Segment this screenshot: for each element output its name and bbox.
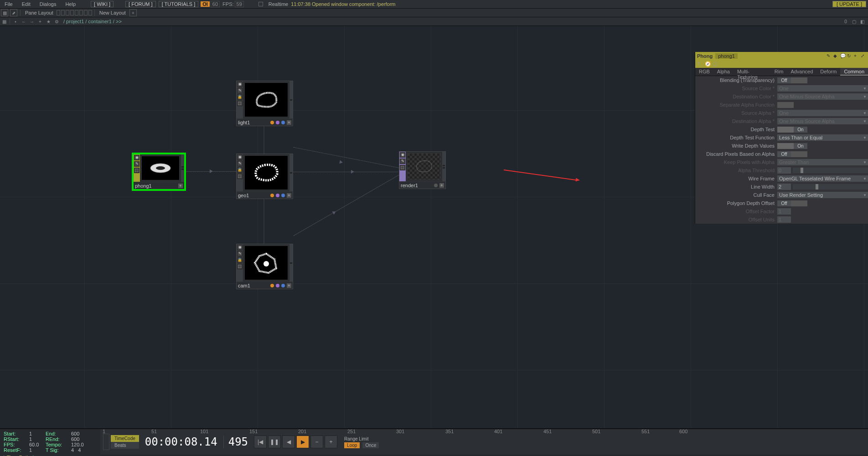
tab-rim[interactable]: Rim: [771, 68, 787, 76]
bypass-icon[interactable]: ⬚: [237, 101, 243, 106]
tab-common[interactable]: Common: [840, 68, 868, 76]
flag-blue[interactable]: [281, 284, 285, 287]
node-geo1[interactable]: ◉ ✎ 🔒 ⬚ geo1 +: [236, 154, 293, 199]
lock-icon[interactable]: 🔒: [237, 257, 243, 263]
discard-alpha-toggle[interactable]: Off: [777, 151, 791, 157]
blending-toggle[interactable]: Off: [777, 77, 791, 83]
node-add-icon[interactable]: +: [287, 283, 291, 288]
menu-dialogs[interactable]: Dialogs: [35, 1, 61, 7]
fps-val[interactable]: 60.0: [29, 442, 43, 447]
end-val[interactable]: 600: [71, 431, 89, 436]
refresh-icon[interactable]: ↻: [847, 53, 852, 59]
tsig-num[interactable]: 4: [71, 447, 74, 453]
flag-grey[interactable]: [434, 184, 438, 187]
tab-multitex[interactable]: Multi-Texturing: [734, 68, 771, 76]
tutorials-link[interactable]: [ TUTORIALS ]: [159, 1, 199, 7]
flag-orange[interactable]: [270, 121, 274, 124]
lock-icon[interactable]: ✎: [400, 159, 405, 164]
rstart-val[interactable]: 1: [29, 436, 43, 442]
flag-purple[interactable]: [276, 284, 279, 287]
loop-button[interactable]: Loop: [344, 442, 360, 448]
tempo-val[interactable]: 120.0: [71, 442, 89, 447]
node-render1[interactable]: ◉ ✎ ⬚ render1 +: [399, 151, 446, 189]
tab-alpha[interactable]: Alpha: [713, 68, 734, 76]
depth-func-dropdown[interactable]: Less Than or Equal▼: [777, 134, 868, 141]
display-icon[interactable]: ◉: [237, 154, 243, 160]
display-icon[interactable]: ◉: [134, 155, 140, 160]
path-right-2[interactable]: ▢: [851, 18, 857, 25]
path-icon-star[interactable]: ★: [45, 18, 52, 25]
guide-icon[interactable]: 🧭: [705, 61, 711, 67]
start-val[interactable]: 1: [29, 431, 43, 436]
timeline-ruler[interactable]: 1 51 101 151 201 251 301 351 401 451 501…: [0, 429, 868, 429]
edit-icon[interactable]: ✎: [237, 161, 243, 166]
network-editor[interactable]: ◉ ✎ ⬚ phong1 + ◉ ✎ 🔒 ⬚: [0, 26, 868, 428]
path-icon-gear[interactable]: ⚙: [53, 18, 60, 25]
layout-icon-2[interactable]: ⬈: [10, 9, 17, 16]
menu-help[interactable]: Help: [61, 1, 80, 7]
plus-button[interactable]: +: [325, 436, 337, 448]
flag-blue[interactable]: [281, 121, 285, 124]
polyoffset-toggle[interactable]: Off: [777, 200, 791, 206]
pause-button[interactable]: ❚❚: [268, 436, 281, 448]
tab-rgb[interactable]: RGB: [695, 68, 713, 76]
tag-icon[interactable]: ◆: [833, 53, 839, 59]
rend-val[interactable]: 600: [71, 436, 89, 442]
breadcrumb-path[interactable]: / project1 / container1 / >>: [61, 19, 122, 24]
edit-icon[interactable]: ✎: [237, 251, 243, 256]
realtime-checkbox[interactable]: [258, 2, 263, 6]
beats-button[interactable]: Beats: [111, 442, 139, 449]
menu-file[interactable]: File: [0, 1, 17, 7]
expand-icon[interactable]: ⤢: [861, 53, 866, 59]
node-add-icon[interactable]: +: [287, 193, 291, 198]
flag-purple[interactable]: [276, 194, 279, 197]
pane-preset-4[interactable]: [70, 10, 74, 15]
path-icon-add[interactable]: +: [37, 18, 43, 25]
flag-orange[interactable]: [270, 284, 274, 287]
wireframe-dropdown[interactable]: OpenGL Tesselated Wire Frame▼: [777, 175, 868, 182]
bypass-icon[interactable]: ⬚: [237, 264, 243, 269]
node-add-icon[interactable]: +: [287, 120, 291, 125]
rewind-button[interactable]: |◀: [254, 436, 267, 448]
pane-preset-3[interactable]: [66, 10, 69, 15]
path-icon-fwd[interactable]: →: [29, 18, 35, 25]
lock-icon[interactable]: 🔒: [237, 94, 243, 100]
minus-button[interactable]: −: [310, 436, 323, 448]
node-phong1[interactable]: ◉ ✎ ⬚ phong1 +: [133, 154, 185, 190]
linewidth-input[interactable]: 2: [777, 184, 791, 190]
flag-orange[interactable]: [270, 194, 274, 197]
write-depth-toggle[interactable]: On: [794, 143, 807, 149]
flag-blue[interactable]: [281, 194, 285, 197]
pane-preset-1[interactable]: [57, 10, 60, 15]
node-light1[interactable]: ◉ ✎ 🔒 ⬚ light1 +: [236, 81, 293, 126]
flag-purple[interactable]: [276, 121, 279, 124]
path-icon-grid[interactable]: ▦: [1, 18, 7, 25]
forum-link[interactable]: [ FORUM ]: [125, 1, 156, 7]
wiki-link[interactable]: [ WIKI ]: [91, 1, 114, 7]
tsig-den[interactable]: 4: [78, 447, 81, 453]
menu-edit[interactable]: Edit: [17, 1, 35, 7]
update-button[interactable]: [ UPDATE ]: [832, 1, 866, 7]
pane-preset-6[interactable]: [79, 10, 83, 15]
timecode-button[interactable]: TimeCode: [111, 435, 139, 442]
node-add-icon[interactable]: +: [439, 183, 444, 188]
pane-preset-5[interactable]: [75, 10, 78, 15]
display-icon[interactable]: ◉: [400, 152, 405, 158]
cullface-dropdown[interactable]: Use Render Setting▼: [777, 192, 868, 198]
transport-bracket-left[interactable]: [103, 434, 109, 450]
pane-preset-7[interactable]: [84, 10, 88, 15]
path-icon-play[interactable]: ▪: [12, 18, 19, 25]
resetf-val[interactable]: 1: [29, 447, 43, 453]
oi-badge[interactable]: OI: [201, 1, 210, 7]
lock-icon[interactable]: ✎: [134, 161, 140, 167]
info-icon[interactable]: ⓘ: [713, 61, 718, 67]
play-button[interactable]: ▶: [296, 436, 309, 448]
tab-advanced[interactable]: Advanced: [787, 68, 816, 76]
path-right-3[interactable]: ◧: [859, 18, 865, 25]
frame-display[interactable]: 495: [223, 436, 253, 448]
edit-icon[interactable]: ✎: [237, 88, 243, 93]
operator-name-field[interactable]: phong1: [715, 53, 738, 59]
linewidth-slider[interactable]: [793, 184, 868, 190]
add-icon[interactable]: +: [854, 53, 859, 59]
step-back-button[interactable]: ◀: [282, 436, 295, 448]
